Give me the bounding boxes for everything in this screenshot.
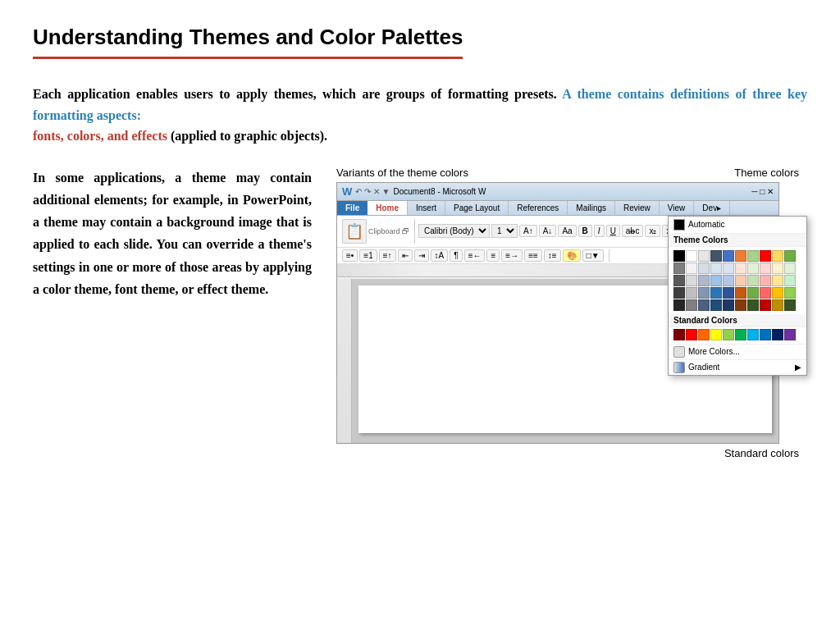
swatch-r4-8[interactable] xyxy=(760,287,771,299)
swatch-r2-10[interactable] xyxy=(784,262,796,274)
std-swatch-darkblue[interactable] xyxy=(772,329,783,340)
swatch-green[interactable] xyxy=(784,250,796,262)
swatch-r4-4[interactable] xyxy=(710,287,722,299)
decrease-indent-btn[interactable]: ⇤ xyxy=(398,249,413,262)
font-name-select[interactable]: Calibri (Body) xyxy=(418,224,490,238)
clipboard-label: Clipboard 🗗 xyxy=(368,227,409,235)
swatch-r2-9[interactable] xyxy=(772,262,783,274)
font-size-select[interactable]: 11 xyxy=(491,224,518,238)
swatch-r3-1[interactable] xyxy=(673,275,685,286)
mailings-tab[interactable]: Mailings xyxy=(568,201,615,215)
std-swatch-darkred[interactable] xyxy=(673,329,685,340)
home-tab[interactable]: Home xyxy=(368,201,408,215)
swatch-r5-5[interactable] xyxy=(723,299,734,311)
align-center-btn[interactable]: ≡ xyxy=(486,249,500,262)
swatch-r2-6[interactable] xyxy=(735,262,746,274)
page-layout-tab[interactable]: Page Layout xyxy=(445,201,509,215)
swatch-r3-6[interactable] xyxy=(735,275,746,286)
increase-indent-btn[interactable]: ⇥ xyxy=(414,249,429,262)
auto-color-row[interactable]: Automatic xyxy=(669,217,806,234)
swatch-r5-2[interactable] xyxy=(686,299,697,311)
references-tab[interactable]: References xyxy=(509,201,568,215)
std-swatch-orange[interactable] xyxy=(698,329,710,340)
swatch-r5-9[interactable] xyxy=(772,299,783,311)
swatch-r4-10[interactable] xyxy=(784,287,796,299)
swatch-r5-7[interactable] xyxy=(747,299,759,311)
swatch-red[interactable] xyxy=(760,250,771,262)
std-swatch-green[interactable] xyxy=(735,329,746,340)
swatch-white[interactable] xyxy=(686,250,697,262)
bullets-btn[interactable]: ≡• xyxy=(342,249,358,262)
swatch-r3-10[interactable] xyxy=(784,275,796,286)
font-grow-btn[interactable]: A↑ xyxy=(519,225,537,237)
swatch-r2-7[interactable] xyxy=(747,262,759,274)
more-colors-row[interactable]: More Colors... xyxy=(669,344,806,359)
swatch-ltgreen[interactable] xyxy=(747,250,759,262)
italic-btn[interactable]: I xyxy=(594,225,605,237)
swatch-orange[interactable] xyxy=(735,250,746,262)
multilevel-btn[interactable]: ≡↑ xyxy=(379,249,396,262)
swatch-black[interactable] xyxy=(673,250,685,262)
word-content: Automatic Theme Colors xyxy=(337,279,778,443)
swatch-r3-4[interactable] xyxy=(710,275,722,286)
swatch-r3-2[interactable] xyxy=(686,275,697,286)
gradient-row[interactable]: Gradient ▶ xyxy=(669,359,806,375)
swatch-r3-8[interactable] xyxy=(760,275,771,286)
swatch-r2-5[interactable] xyxy=(723,262,734,274)
line-spacing-btn[interactable]: ↕≡ xyxy=(544,249,561,262)
swatch-r4-3[interactable] xyxy=(698,287,710,299)
justify-btn[interactable]: ≡≡ xyxy=(524,249,542,262)
swatch-r4-7[interactable] xyxy=(747,287,759,299)
std-swatch-red[interactable] xyxy=(686,329,697,340)
swatch-r5-4[interactable] xyxy=(710,299,722,311)
insert-tab[interactable]: Insert xyxy=(408,201,445,215)
swatch-r3-5[interactable] xyxy=(723,275,734,286)
swatch-r5-8[interactable] xyxy=(760,299,771,311)
swatch-r5-1[interactable] xyxy=(673,299,685,311)
swatch-r4-6[interactable] xyxy=(735,287,746,299)
bold-btn[interactable]: B xyxy=(578,225,592,237)
swatch-r5-10[interactable] xyxy=(784,299,796,311)
strikethrough-btn[interactable]: ab̶c xyxy=(622,225,644,237)
font-shrink-btn[interactable]: A↓ xyxy=(539,225,557,237)
swatch-r5-3[interactable] xyxy=(698,299,710,311)
swatch-yellow[interactable] xyxy=(772,250,783,262)
swatch-r4-1[interactable] xyxy=(673,287,685,299)
align-left-btn[interactable]: ≡← xyxy=(464,249,486,262)
review-tab[interactable]: Review xyxy=(615,201,660,215)
std-swatch-ltgreen[interactable] xyxy=(723,329,734,340)
swatch-r2-2[interactable] xyxy=(686,262,697,274)
numbering-btn[interactable]: ≡1 xyxy=(359,249,377,262)
swatch-r2-8[interactable] xyxy=(760,262,771,274)
shading-btn[interactable]: 🎨 xyxy=(563,249,581,262)
swatch-r3-3[interactable] xyxy=(698,275,710,286)
borders-btn[interactable]: □▼ xyxy=(582,249,604,262)
swatch-r3-9[interactable] xyxy=(772,275,783,286)
std-swatch-ltblue[interactable] xyxy=(747,329,759,340)
swatch-r4-5[interactable] xyxy=(723,287,734,299)
swatch-ltgray[interactable] xyxy=(698,250,710,262)
std-swatch-blue[interactable] xyxy=(760,329,771,340)
std-swatch-yellow[interactable] xyxy=(710,329,722,340)
dev-tab[interactable]: Dev▸ xyxy=(694,201,730,215)
std-swatch-purple[interactable] xyxy=(784,329,796,340)
align-right-btn[interactable]: ≡→ xyxy=(501,249,523,262)
sort-btn[interactable]: ↕A xyxy=(431,249,449,262)
underline-btn[interactable]: U xyxy=(606,225,620,237)
more-colors-icon xyxy=(673,346,685,358)
swatch-r2-1[interactable] xyxy=(673,262,685,274)
swatch-r5-6[interactable] xyxy=(735,299,746,311)
swatch-r2-4[interactable] xyxy=(710,262,722,274)
swatch-r3-7[interactable] xyxy=(747,275,759,286)
swatch-r4-9[interactable] xyxy=(772,287,783,299)
view-tab[interactable]: View xyxy=(660,201,695,215)
swatch-navy[interactable] xyxy=(710,250,722,262)
change-case-btn[interactable]: Aa xyxy=(558,225,576,237)
file-tab[interactable]: File xyxy=(337,201,368,215)
swatch-r2-3[interactable] xyxy=(698,262,710,274)
swatch-blue[interactable] xyxy=(723,250,734,262)
paste-button[interactable]: 📋 xyxy=(342,219,367,244)
subscript-btn[interactable]: x₂ xyxy=(645,225,660,237)
show-marks-btn[interactable]: ¶ xyxy=(450,249,462,262)
swatch-r4-2[interactable] xyxy=(686,287,697,299)
